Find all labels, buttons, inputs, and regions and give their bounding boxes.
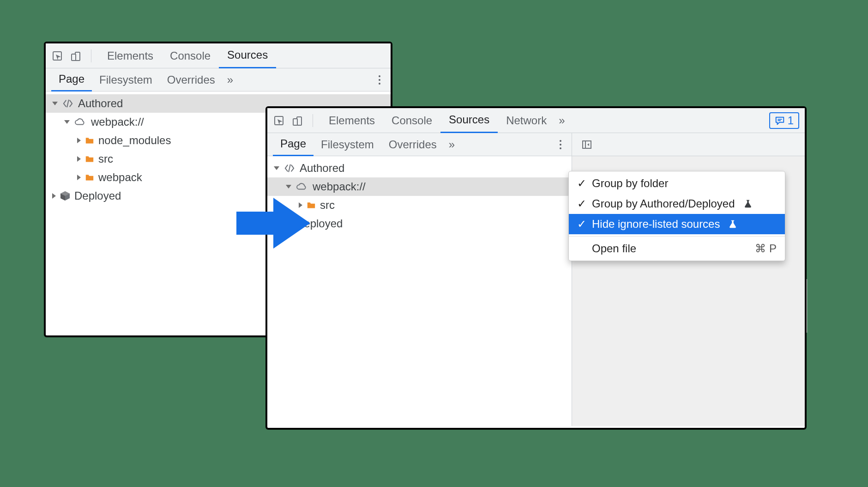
more-tabs-icon[interactable]: » [223, 68, 238, 91]
check-icon: ✓ [577, 218, 585, 231]
toolbar-separator [313, 114, 313, 127]
sources-subtabs: Page Filesystem Overrides » [267, 133, 572, 156]
more-tabs-icon[interactable]: » [444, 133, 459, 156]
inspect-icon[interactable] [273, 115, 285, 127]
disclosure-triangle-icon[interactable] [274, 166, 279, 170]
menu-label: Group by folder [592, 177, 668, 190]
tab-network[interactable]: Network [498, 108, 555, 133]
code-icon [283, 164, 296, 173]
cube-icon [60, 190, 71, 201]
disclosure-triangle-icon[interactable] [52, 193, 56, 199]
subtab-page[interactable]: Page [273, 133, 313, 156]
tree-label: Deployed [74, 189, 121, 202]
folder-icon [84, 173, 95, 182]
menu-separator [569, 236, 785, 237]
menu-shortcut: ⌘ P [755, 242, 777, 255]
issues-badge[interactable]: 1 [769, 112, 799, 129]
file-tree: Authored webpack:// src Deployed [267, 156, 572, 233]
more-tabs-icon[interactable]: » [555, 108, 568, 133]
right-toolbar [572, 133, 805, 156]
main-toolbar: Elements Console Sources [46, 43, 391, 68]
subtab-overrides[interactable]: Overrides [160, 68, 223, 91]
kebab-menu-icon[interactable] [374, 73, 385, 87]
check-icon: ✓ [577, 177, 585, 190]
device-toggle-icon[interactable] [291, 115, 303, 127]
tree-deployed[interactable]: Deployed [267, 214, 572, 233]
tree-label: webpack:// [91, 116, 144, 128]
check-icon: ✓ [577, 197, 585, 210]
tree-authored[interactable]: Authored [267, 159, 572, 177]
toolbar-separator [91, 49, 91, 62]
inspect-icon[interactable] [51, 50, 63, 62]
menu-group-by-authored-deployed[interactable]: ✓ Group by Authored/Deployed [569, 194, 785, 214]
menu-hide-ignore-listed[interactable]: ✓ Hide ignore-listed sources [569, 214, 785, 234]
menu-label: Group by Authored/Deployed [592, 197, 735, 210]
tree-webpack[interactable]: webpack:// [267, 177, 572, 196]
tab-console[interactable]: Console [162, 43, 219, 68]
disclosure-triangle-icon[interactable] [52, 102, 58, 105]
disclosure-triangle-icon[interactable] [77, 175, 81, 180]
subtab-filesystem[interactable]: Filesystem [92, 68, 160, 91]
code-icon [61, 99, 74, 108]
kebab-menu-icon[interactable] [555, 137, 566, 152]
folder-icon [84, 136, 95, 145]
tree-label: Authored [78, 97, 123, 110]
tree-label: src [98, 152, 113, 165]
menu-group-by-folder[interactable]: ✓ Group by folder [569, 173, 785, 194]
tab-sources[interactable]: Sources [219, 43, 276, 68]
page-options-menu: ✓ Group by folder ✓ Group by Authored/De… [568, 171, 785, 261]
tree-label: webpack [98, 171, 142, 184]
folder-icon [84, 155, 95, 163]
chat-icon [775, 116, 785, 126]
tab-elements[interactable]: Elements [320, 108, 383, 133]
devtools-panel-after: Elements Console Sources Network » 1 Pag… [265, 106, 807, 430]
flask-icon [728, 219, 737, 229]
tree-label: webpack:// [313, 180, 366, 193]
device-toggle-icon[interactable] [70, 50, 82, 62]
main-toolbar: Elements Console Sources Network » 1 [267, 108, 805, 133]
menu-open-file[interactable]: Open file ⌘ P [569, 238, 785, 259]
tree-folder-src[interactable]: src [267, 196, 572, 214]
subtab-page[interactable]: Page [51, 68, 92, 91]
cloud-icon [73, 117, 87, 127]
collapse-icon[interactable] [581, 139, 592, 150]
flask-icon [743, 199, 753, 208]
tab-elements[interactable]: Elements [99, 43, 162, 68]
tree-label: src [320, 199, 335, 212]
subtab-overrides[interactable]: Overrides [381, 133, 444, 156]
cloud-icon [295, 182, 309, 191]
tab-console[interactable]: Console [383, 108, 440, 133]
disclosure-triangle-icon[interactable] [77, 138, 81, 143]
arrow-icon [236, 195, 310, 251]
menu-label: Hide ignore-listed sources [592, 218, 720, 231]
disclosure-triangle-icon[interactable] [286, 185, 291, 189]
disclosure-triangle-icon[interactable] [64, 120, 70, 124]
tree-label: node_modules [98, 134, 171, 147]
menu-label: Open file [592, 242, 636, 255]
disclosure-triangle-icon[interactable] [77, 156, 81, 162]
tree-label: Authored [300, 162, 344, 175]
tab-sources[interactable]: Sources [440, 108, 498, 133]
subtab-filesystem[interactable]: Filesystem [313, 133, 381, 156]
badge-count: 1 [788, 114, 794, 127]
sources-subtabs: Page Filesystem Overrides » [46, 68, 391, 91]
